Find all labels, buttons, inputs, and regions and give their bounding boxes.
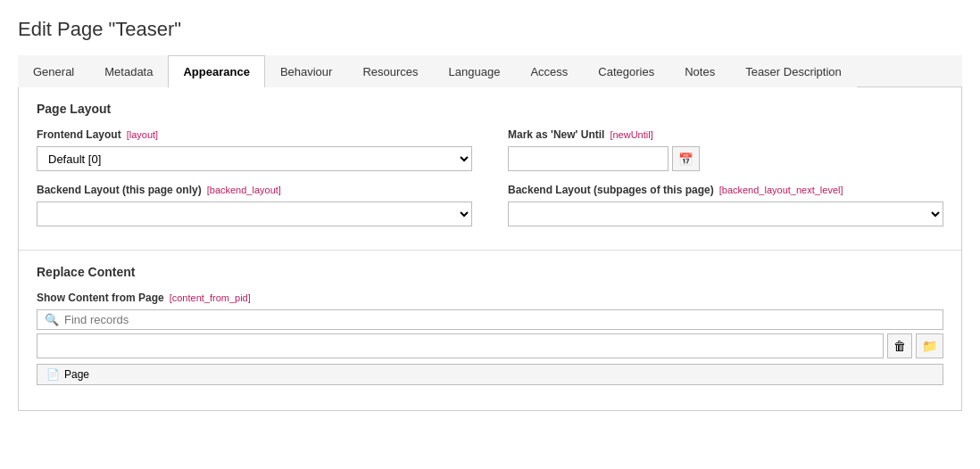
tab-language[interactable]: Language	[434, 55, 516, 87]
backend-layout-subpages-group: Backend Layout (subpages of this page) […	[508, 184, 943, 226]
tab-notes[interactable]: Notes	[669, 55, 730, 87]
show-content-group: Show Content from Page [content_from_pid…	[37, 292, 943, 385]
mark-as-new-label: Mark as 'New' Until [newUntil]	[508, 128, 943, 141]
replace-content-title: Replace Content	[37, 265, 943, 279]
backend-layout-page-label: Backend Layout (this page only) [backend…	[37, 184, 472, 196]
page-layout-section: Page Layout Frontend Layout [layout] Def…	[19, 87, 961, 250]
form-row-1: Frontend Layout [layout] Default [0] Opt…	[37, 128, 943, 171]
backend-layout-page-tag: [backend_layout]	[207, 185, 281, 195]
form-row-2: Backend Layout (this page only) [backend…	[37, 184, 943, 226]
replace-content-section: Replace Content Show Content from Page […	[19, 250, 961, 396]
record-input-row: 🗑 📁	[37, 333, 943, 358]
content-area: Page Layout Frontend Layout [layout] Def…	[18, 87, 962, 411]
folder-icon: 📁	[922, 339, 937, 353]
frontend-layout-label: Frontend Layout [layout]	[37, 128, 472, 141]
frontend-layout-select[interactable]: Default [0] Option 1 Option 2	[37, 146, 472, 171]
tab-behaviour[interactable]: Behaviour	[265, 55, 348, 87]
search-icon: 🔍	[45, 313, 59, 326]
backend-layout-subpages-select[interactable]	[508, 202, 943, 226]
tab-resources[interactable]: Resources	[347, 55, 433, 87]
frontend-layout-tag: [layout]	[127, 129, 158, 140]
page-wrapper: Edit Page "Teaser" General Metadata Appe…	[0, 0, 980, 469]
mark-as-new-input[interactable]	[508, 146, 669, 171]
tab-metadata[interactable]: Metadata	[89, 55, 168, 87]
tab-categories[interactable]: Categories	[583, 55, 669, 87]
record-input[interactable]	[37, 333, 884, 358]
page-button[interactable]: 📄 Page	[37, 364, 943, 385]
delete-button[interactable]: 🗑	[887, 333, 912, 358]
page-icon: 📄	[46, 368, 60, 381]
backend-layout-page-group: Backend Layout (this page only) [backend…	[37, 184, 472, 226]
tab-appearance[interactable]: Appearance	[168, 55, 264, 87]
search-input[interactable]	[64, 313, 935, 326]
mark-as-new-tag: [newUntil]	[610, 129, 652, 140]
backend-layout-subpages-tag: [backend_layout_next_level]	[719, 185, 843, 195]
calendar-button[interactable]: 📅	[672, 146, 700, 171]
search-wrapper: 🔍	[37, 309, 943, 330]
page-title: Edit Page "Teaser"	[18, 18, 962, 41]
date-input-wrapper: 📅	[508, 146, 943, 171]
page-layout-title: Page Layout	[37, 102, 943, 116]
backend-layout-subpages-label: Backend Layout (subpages of this page) […	[508, 184, 943, 196]
tab-teaser-description[interactable]: Teaser Description	[730, 55, 857, 87]
tab-general[interactable]: General	[18, 55, 89, 87]
frontend-layout-group: Frontend Layout [layout] Default [0] Opt…	[37, 128, 472, 171]
backend-layout-page-select[interactable]	[37, 202, 472, 226]
mark-as-new-group: Mark as 'New' Until [newUntil] 📅	[508, 128, 943, 171]
trash-icon: 🗑	[893, 339, 906, 353]
folder-button[interactable]: 📁	[916, 333, 943, 358]
calendar-icon: 📅	[678, 152, 693, 166]
show-content-tag: [content_from_pid]	[170, 292, 251, 303]
tab-access[interactable]: Access	[515, 55, 583, 87]
show-content-label: Show Content from Page [content_from_pid…	[37, 292, 943, 304]
tabs-bar: General Metadata Appearance Behaviour Re…	[18, 55, 962, 87]
